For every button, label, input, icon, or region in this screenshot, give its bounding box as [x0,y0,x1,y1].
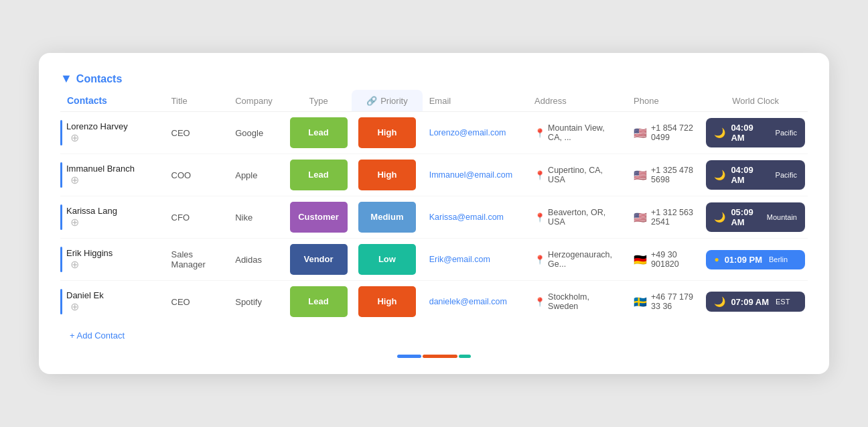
col-header-title: Title [165,90,229,112]
contact-priority[interactable]: High [352,112,423,154]
table-header-row: Contacts Title Company Type 🔗 Priority E… [60,90,808,112]
contact-company: Google [228,112,285,154]
contact-address: 📍Stockholm, Sweden [528,281,627,323]
contact-company: Apple [228,154,285,196]
scroll-seg-orange [423,355,457,358]
blue-bar [60,204,62,230]
country-flag: 🇸🇪 [634,296,647,308]
contact-type[interactable]: Lead [285,112,352,154]
type-badge[interactable]: Lead [290,160,348,190]
contact-phone: 🇺🇸+1 325 478 5698 [627,154,703,196]
priority-badge[interactable]: Low [358,244,416,275]
contact-name: Karissa Lang [66,206,117,216]
clock-cell: 🌙 07:09 AM EST [706,292,805,312]
location-icon: 📍 [534,297,545,307]
contact-address: 📍Herzogenaurach, Ge... [528,239,627,281]
contact-priority[interactable]: High [352,154,423,196]
blue-bar [60,120,62,145]
type-badge[interactable]: Customer [290,202,348,233]
clock-cell: ● 01:09 PM Berlin [706,250,805,269]
contact-email[interactable]: Erik@email.com [423,239,528,281]
address-text: Cupertino, CA, USA [548,166,620,184]
contacts-table: Contacts Title Company Type 🔗 Priority E… [60,90,808,322]
contact-priority[interactable]: High [352,281,423,323]
add-sub-contact-icon[interactable]: ⊕ [70,174,79,186]
contact-clock: 🌙 07:09 AM EST [703,281,808,323]
contact-cell: Erik Higgins ⊕ [60,239,165,281]
priority-badge[interactable]: Medium [358,202,416,233]
clock-zone: Berlin [769,255,788,263]
moon-icon: 🌙 [714,296,725,307]
page-title: Contacts [76,73,122,85]
header-row: ▼ Contacts [60,72,808,86]
contact-priority[interactable]: Low [352,239,423,281]
contact-company: Nike [228,196,285,239]
priority-badge[interactable]: High [358,160,416,190]
priority-badge[interactable]: High [358,286,416,317]
table-wrap: Contacts Title Company Type 🔗 Priority E… [60,90,808,348]
contact-company: Adidas [228,239,285,281]
contact-type[interactable]: Customer [285,196,352,239]
col-header-email: Email [423,90,528,112]
scrollbar[interactable] [60,355,808,358]
table-row: Lorenzo Harvey ⊕ CEOGoogleLeadHighLorenz… [60,112,808,154]
contacts-card: ▼ Contacts Contacts Title Company Type 🔗… [39,53,829,374]
contact-email[interactable]: Lorenzo@email.com [423,112,528,154]
add-contact-row[interactable]: + Add Contact [60,322,808,348]
contact-title: COO [165,154,229,196]
location-icon: 📍 [534,170,545,180]
address-text: Stockholm, Sweden [548,292,620,311]
contact-priority[interactable]: Medium [352,196,423,239]
location-icon: 📍 [534,212,545,223]
contact-phone: 🇸🇪+46 77 179 33 36 [627,281,703,323]
clock-time: 07:09 AM [731,297,769,307]
contact-company: Spotify [228,281,285,323]
phone-number: +49 30 901820 [651,250,697,269]
col-header-phone: Phone [627,90,703,112]
country-flag: 🇺🇸 [634,211,647,224]
contact-address: 📍Cupertino, CA, USA [528,154,627,196]
priority-badge[interactable]: High [358,117,416,148]
contact-type[interactable]: Lead [285,281,352,323]
blue-bar [60,247,62,272]
add-sub-contact-icon[interactable]: ⊕ [70,217,79,228]
add-sub-contact-icon[interactable]: ⊕ [70,259,79,270]
table-row: Erik Higgins ⊕ Sales ManagerAdidasVendor… [60,239,808,281]
type-badge[interactable]: Lead [290,286,348,317]
blue-bar [60,162,62,188]
contact-cell: Karissa Lang ⊕ [60,196,165,239]
add-contact-label[interactable]: + Add Contact [60,322,808,348]
clock-zone: Pacific [776,171,797,179]
contact-email[interactable]: danielek@email.com [423,281,528,323]
contact-type[interactable]: Lead [285,154,352,196]
blue-bar [60,289,62,314]
add-sub-contact-icon[interactable]: ⊕ [70,301,79,312]
add-sub-contact-icon[interactable]: ⊕ [70,132,79,143]
type-badge[interactable]: Lead [290,117,348,148]
moon-icon: 🌙 [714,212,725,223]
address-text: Beaverton, OR, USA [548,208,620,227]
contact-email[interactable]: Immanuel@email.com [423,154,528,196]
contact-type[interactable]: Vendor [285,239,352,281]
contact-address: 📍Beaverton, OR, USA [528,196,627,239]
contact-name: Erik Higgins [66,248,113,258]
clock-cell: 🌙 04:09 AM Pacific [706,160,805,190]
contact-address: 📍Mountain View, CA, ... [528,112,627,154]
type-badge[interactable]: Vendor [290,244,348,275]
contacts-expand-icon[interactable]: ▼ [60,72,72,86]
phone-number: +1 312 563 2541 [651,208,697,227]
clock-cell: 🌙 05:09 AM Mountain [706,202,805,232]
moon-icon: 🌙 [714,127,725,138]
col-header-clock: World Clock [703,90,808,112]
contact-phone: 🇩🇪+49 30 901820 [627,239,703,281]
location-icon: 📍 [534,255,545,265]
add-contact-table: + Add Contact [60,322,808,348]
location-icon: 📍 [534,128,545,138]
country-flag: 🇩🇪 [634,253,647,266]
contact-phone: 🇺🇸+1 312 563 2541 [627,196,703,239]
clock-zone: Pacific [776,129,797,137]
scroll-seg-blue [397,355,421,358]
contact-email[interactable]: Karissa@email.com [423,196,528,239]
moon-icon: 🌙 [714,170,725,180]
contact-clock: ● 01:09 PM Berlin [703,239,808,281]
